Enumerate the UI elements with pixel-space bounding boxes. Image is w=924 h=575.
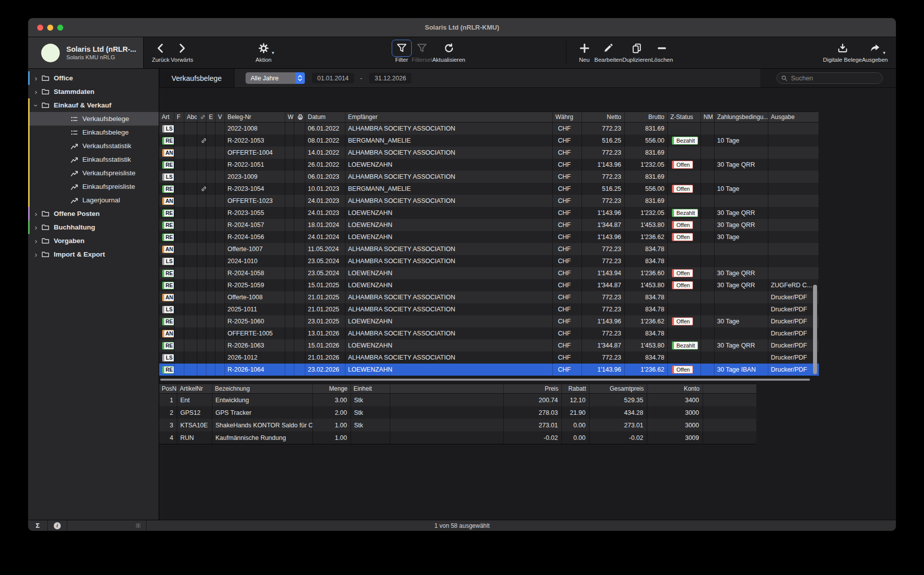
table-row[interactable]: LS2023-100906.01.2023ALHAMBRA SOCIETY AS…	[159, 171, 819, 183]
chevron-collapsed-icon[interactable]: ›	[33, 238, 39, 245]
column-header-abo[interactable]: Abo	[184, 112, 197, 122]
toolbar-edit-button[interactable]: Bearbeiten	[595, 40, 623, 63]
table-row[interactable]: LS2022-100806.01.2022ALHAMBRA SOCIETY AS…	[159, 123, 819, 135]
column-header-nm[interactable]: NM	[701, 112, 715, 122]
column-header-print[interactable]	[294, 112, 305, 122]
detail-column-header-artikelnr[interactable]: ArtikelNr	[177, 384, 212, 393]
column-header-empf[interactable]: Empfänger	[345, 112, 553, 122]
toolbar-filterset-button[interactable]: Filterset	[412, 40, 432, 63]
column-header-waehrg[interactable]: Währg	[553, 112, 582, 122]
detail-table-row[interactable]: 1EntEntwicklung3.00Stk200.7412.10529.353…	[159, 394, 756, 406]
chevron-collapsed-icon[interactable]: ›	[33, 251, 39, 258]
sidebar-item-verkaufsstatistik[interactable]: Verkaufsstatistik	[28, 139, 159, 153]
column-header-brutto[interactable]: Brutto	[625, 112, 668, 122]
chevron-expanded-icon[interactable]: ›	[33, 102, 40, 108]
table-row[interactable]: ANOfferte-100711.05.2024ALHAMBRA SOCIETY…	[159, 243, 819, 255]
detail-column-header-spacer[interactable]	[390, 384, 504, 393]
toolbar-back-button[interactable]: Zurück	[151, 40, 171, 63]
sidebar-item-lagerjournal[interactable]: Lagerjournal	[28, 193, 159, 207]
table-row[interactable]: RER-2025-106023.01.2025LOEWENZAHNCHF1'14…	[159, 315, 819, 327]
column-header-zstatus[interactable]: Z-Status	[668, 112, 701, 122]
detail-column-header-menge[interactable]: Menge	[313, 384, 351, 393]
date-from-field[interactable]: 01.01.2014	[312, 73, 354, 83]
column-header-beleg[interactable]: Beleg-Nr	[225, 112, 285, 122]
sidebar-item-verkaufspreisliste[interactable]: Verkaufspreisliste	[28, 166, 159, 180]
sidebar-item-offene-posten[interactable]: ›Offene Posten	[28, 207, 159, 220]
table-row[interactable]: ANOFFERTE-100414.01.2022ALHAMBRA SOCIETY…	[159, 147, 819, 159]
date-to-field[interactable]: 31.12.2026	[369, 73, 411, 83]
sidebar-item-buchhaltung[interactable]: ›Buchhaltung	[28, 220, 159, 234]
column-header-datum[interactable]: Datum	[305, 112, 345, 122]
column-header-netto[interactable]: Netto	[582, 112, 625, 122]
sidebar-item-import-export[interactable]: ›Import & Export	[28, 248, 159, 261]
table-row[interactable]: ANOFFERTE-102324.01.2023ALHAMBRA SOCIETY…	[159, 195, 819, 207]
table-row[interactable]: RER-2025-105915.01.2025LOEWENZAHNCHF1'34…	[159, 279, 819, 291]
toolbar-forward-button[interactable]: Vorwärts	[171, 40, 193, 63]
column-header-link[interactable]	[197, 112, 206, 122]
column-header-art[interactable]: Art	[159, 112, 174, 122]
sidebar-item-einkaufsstatistik[interactable]: Einkaufsstatistik	[28, 153, 159, 166]
chevron-collapsed-icon[interactable]: ›	[33, 210, 39, 217]
table-row[interactable]: RER-2026-106423.02.2026LOEWENZAHNCHF1'14…	[159, 364, 819, 376]
close-button[interactable]	[37, 25, 43, 31]
horizontal-scrollbar[interactable]	[159, 377, 819, 383]
table-row[interactable]: RER-2022-105126.01.2022LOEWENZAHNCHF1'14…	[159, 159, 819, 171]
search-input[interactable]: Suchen	[776, 72, 883, 84]
detail-column-header-konto[interactable]: Konto	[647, 384, 703, 393]
column-header-ausgabe[interactable]: Ausgabe	[768, 112, 819, 122]
year-select[interactable]: Alle Jahre	[246, 72, 305, 84]
sidebar-item-stammdaten[interactable]: ›Stammdaten	[28, 85, 159, 98]
chevron-collapsed-icon[interactable]: ›	[33, 75, 39, 82]
toolbar-filter-button[interactable]: Filter	[392, 40, 412, 63]
horizontal-scrollbar-thumb[interactable]	[160, 379, 810, 381]
detail-column-header-einheit[interactable]: Einheit	[351, 384, 390, 393]
vertical-scrollbar[interactable]	[812, 123, 818, 376]
account-header[interactable]: Solaris Ltd (nRLR-... Solaris KMU nRLG	[28, 37, 144, 68]
table-row[interactable]: LS2024-101023.05.2024ALHAMBRA SOCIETY AS…	[159, 255, 819, 267]
chevron-collapsed-icon[interactable]: ›	[33, 88, 39, 95]
table-row[interactable]: RER-2022-105308.01.2022BERGMANN_AMELIECH…	[159, 135, 819, 147]
column-header-f[interactable]: F	[174, 112, 184, 122]
toolbar-output-button[interactable]: ▾Ausgeben	[862, 40, 888, 63]
table-row[interactable]: ANOfferte-100821.01.2025ALHAMBRA SOCIETY…	[159, 291, 819, 303]
table-row[interactable]: ANOFFERTE-100513.01.2026ALHAMBRA SOCIETY…	[159, 327, 819, 339]
table-row[interactable]: LS2026-101221.01.2026ALHAMBRA SOCIETY AS…	[159, 352, 819, 364]
toolbar-refresh-button[interactable]: Aktualisieren	[432, 40, 466, 63]
sidebar-item-einkaufsbelege[interactable]: Einkaufsbelege	[28, 126, 159, 139]
detail-column-header-bezeichnung[interactable]: Bezeichnung	[212, 384, 313, 393]
column-header-e[interactable]: E	[206, 112, 215, 122]
sum-button[interactable]: Σ	[28, 520, 48, 531]
detail-column-header-gesamtpreis[interactable]: Gesamtpreis	[590, 384, 647, 393]
table-row[interactable]: RER-2024-105823.05.2024LOEWENZAHNCHF1'14…	[159, 267, 819, 279]
title-bar[interactable]: Solaris Ltd (nRLR-KMU)	[28, 18, 896, 37]
toolbar-duplicate-button[interactable]: Duplizieren	[622, 40, 651, 63]
minimize-button[interactable]	[47, 25, 53, 31]
table-row[interactable]: RER-2024-105718.01.2024LOEWENZAHNCHF1'34…	[159, 219, 819, 231]
zoom-button[interactable]	[57, 25, 63, 31]
column-header-zb[interactable]: Zahlungsbedingu...	[715, 112, 768, 122]
detail-column-header-preis[interactable]: Preis	[504, 384, 562, 393]
toolbar-action-button[interactable]: ▾Aktion	[254, 40, 274, 63]
sidebar-item-vorgaben[interactable]: ›Vorgaben	[28, 234, 159, 248]
detail-table-row[interactable]: 3KTSA10EShakeHands KONTOR Saldo für OS X…	[159, 419, 756, 431]
detail-column-header-rabatt[interactable]: Rabatt	[562, 384, 590, 393]
detail-table-row[interactable]: 2GPS12GPS Tracker2.00Stk278.0321.90434.2…	[159, 406, 756, 419]
vertical-scrollbar-thumb[interactable]	[813, 285, 817, 374]
toolbar-delete-button[interactable]: Löschen	[651, 40, 673, 63]
toolbar-new-button[interactable]: Neu	[574, 40, 595, 63]
table-row[interactable]: RER-2026-106315.01.2026LOEWENZAHNCHF1'34…	[159, 339, 819, 352]
table-row[interactable]: RER-2023-105524.01.2023LOEWENZAHNCHF1'14…	[159, 207, 819, 219]
column-header-v[interactable]: V	[215, 112, 225, 122]
detail-table-row[interactable]: 4RUNKaufmännische Rundung1.00-0.020.00-0…	[159, 431, 756, 444]
sidebar-resize-handle[interactable]	[67, 520, 147, 531]
detail-column-header-tail[interactable]	[703, 384, 756, 393]
table-row[interactable]: LS2025-101121.01.2025ALHAMBRA SOCIETY AS…	[159, 303, 819, 315]
detail-column-header-posnr[interactable]: PosNr	[159, 384, 177, 393]
info-button[interactable]: i	[48, 520, 67, 531]
table-row[interactable]: RER-2024-105624.01.2024LOEWENZAHNCHF1'14…	[159, 231, 819, 243]
column-header-w[interactable]: W	[285, 112, 294, 122]
chevron-collapsed-icon[interactable]: ›	[33, 224, 39, 231]
toolbar-digital-documents-button[interactable]: Digitale Belege	[823, 40, 862, 63]
table-row[interactable]: RER-2023-105410.01.2023BERGMANN_AMELIECH…	[159, 183, 819, 195]
sidebar-item-office[interactable]: ›Office	[28, 71, 159, 85]
